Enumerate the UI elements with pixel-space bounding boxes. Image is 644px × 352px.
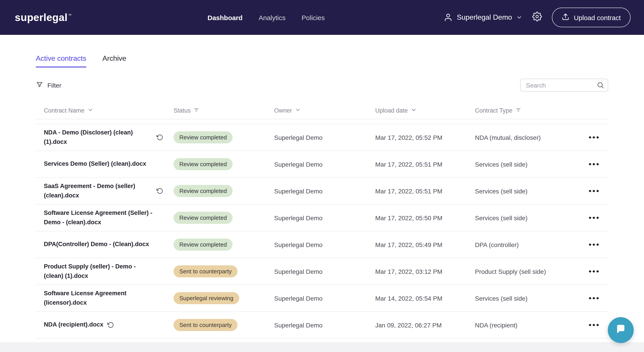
row-actions-button[interactable]: ••• — [589, 187, 600, 195]
contract-type-cell: NDA (recipient) — [467, 321, 580, 329]
tab-archive[interactable]: Archive — [102, 54, 126, 67]
contract-type-cell: DPA (controller) — [467, 241, 580, 248]
upload-date-cell: Mar 17, 2022, 05:51 PM — [368, 161, 467, 168]
status-badge: Superlegal reviewing — [174, 292, 239, 304]
row-actions-button[interactable]: ••• — [589, 241, 600, 248]
actions-cell: ••• — [580, 268, 608, 275]
chevron-down-icon — [410, 107, 417, 114]
row-actions-button[interactable]: ••• — [589, 134, 600, 141]
settings-button[interactable] — [532, 12, 542, 23]
user-icon — [444, 13, 453, 22]
contract-type-cell: Services (sell side) — [467, 161, 580, 168]
logo-text: superlegal — [15, 11, 68, 23]
column-header-contract-type[interactable]: Contract Type — [467, 107, 580, 114]
funnel-icon — [36, 81, 44, 90]
search-input[interactable] — [520, 79, 608, 92]
search-box — [520, 79, 608, 92]
content-area: Active contracts Archive Filter Contract… — [0, 35, 644, 342]
owner-cell: Superlegal Demo — [266, 214, 368, 221]
chevron-down-icon — [516, 14, 522, 20]
column-header-status[interactable]: Status — [166, 107, 266, 114]
contract-name: Software License Agreement (Seller) - De… — [44, 208, 156, 227]
owner-cell: Superlegal Demo — [266, 134, 368, 141]
status-badge: Review completed — [174, 185, 232, 197]
column-header-owner[interactable]: Owner — [266, 107, 368, 114]
status-cell: Sent to counterparty — [166, 319, 266, 331]
versions-icon[interactable] — [156, 188, 163, 194]
table-row[interactable]: NDA - Demo (Discloser) (clean) (1).docx … — [36, 124, 608, 151]
nav-item-dashboard[interactable]: Dashboard — [208, 14, 242, 21]
contract-type-cell: NDA (mutual, discloser) — [467, 134, 580, 141]
row-actions-button[interactable]: ••• — [589, 268, 600, 275]
status-cell: Review completed — [166, 185, 266, 197]
status-badge: Review completed — [174, 158, 232, 170]
main-nav: Dashboard Analytics Policies — [208, 14, 325, 21]
search-icon[interactable] — [596, 81, 604, 91]
filter-lines-icon — [515, 107, 522, 114]
tab-active-contracts[interactable]: Active contracts — [36, 54, 86, 67]
actions-cell: ••• — [580, 160, 608, 168]
contract-tabs: Active contracts Archive — [36, 54, 608, 67]
contract-name: Software License Agreement (licensor).do… — [44, 289, 156, 308]
chevron-down-icon — [87, 107, 94, 114]
status-cell: Sent to counterparty — [166, 265, 266, 277]
table-row[interactable]: NDA (recipient).docx Sent to counterpart… — [36, 312, 608, 339]
row-actions-button[interactable]: ••• — [589, 214, 600, 222]
versions-icon[interactable] — [156, 134, 163, 141]
column-header-contract-name[interactable]: Contract Name — [36, 107, 166, 114]
contract-type-cell: Services (sell side) — [467, 295, 580, 302]
contract-name: DPA(Controller) Demo - (Clean).docx — [44, 240, 149, 249]
status-badge: Review completed — [174, 131, 232, 143]
column-label: Upload date — [375, 107, 408, 114]
column-label: Contract Type — [475, 107, 512, 114]
column-label: Contract Name — [44, 107, 84, 114]
chevron-down-icon — [295, 107, 301, 114]
table-row[interactable]: DPA(Controller) Demo - (Clean).docx Revi… — [36, 231, 608, 258]
column-label: Owner — [274, 107, 292, 114]
actions-cell: ••• — [580, 134, 608, 141]
superlegal-logo[interactable]: superlegal™ — [15, 11, 72, 23]
table-row[interactable]: Software License Agreement (Seller) - De… — [36, 205, 608, 231]
table-row[interactable]: SaaS Agreement - Demo (seller) (clean).d… — [36, 178, 608, 205]
upload-date-cell: Mar 17, 2022, 05:52 PM — [368, 134, 467, 141]
versions-icon[interactable] — [107, 322, 114, 328]
upload-date-cell: Mar 17, 2022, 03:12 PM — [368, 268, 467, 275]
status-cell: Review completed — [166, 239, 266, 251]
nav-item-policies[interactable]: Policies — [302, 14, 325, 21]
filter-button[interactable]: Filter — [36, 81, 61, 90]
upload-contract-button[interactable]: Upload contract — [552, 7, 630, 27]
status-cell: Superlegal reviewing — [166, 292, 266, 304]
filter-label: Filter — [48, 82, 61, 89]
column-header-upload-date[interactable]: Upload date — [368, 107, 467, 114]
row-actions-button[interactable]: ••• — [589, 294, 600, 302]
table-row[interactable]: Product Supply (seller) - Demo - (clean)… — [36, 258, 608, 285]
status-badge: Sent to counterparty — [174, 319, 238, 331]
table-row[interactable]: Software License Agreement (licensor).do… — [36, 285, 608, 312]
logo-trademark: ™ — [68, 13, 72, 17]
table-body: NDA - Demo (Discloser) (clean) (1).docx … — [36, 124, 608, 339]
status-cell: Review completed — [166, 212, 266, 224]
table-controls: Filter — [36, 79, 608, 92]
upload-date-cell: Mar 17, 2022, 05:51 PM — [368, 187, 467, 194]
contract-name: Services Demo (Seller) (clean).docx — [44, 160, 146, 169]
row-actions-button[interactable]: ••• — [589, 160, 600, 168]
actions-cell: ••• — [580, 214, 608, 222]
owner-cell: Superlegal Demo — [266, 241, 368, 248]
upload-date-cell: Jan 09, 2022, 06:27 PM — [368, 321, 467, 329]
filter-lines-icon — [194, 107, 200, 114]
contract-type-cell: Services (sell side) — [467, 187, 580, 194]
status-cell: Review completed — [166, 131, 266, 143]
contract-name: NDA (recipient).docx — [44, 320, 103, 330]
nav-item-analytics[interactable]: Analytics — [259, 14, 286, 21]
status-badge: Review completed — [174, 239, 232, 251]
row-actions-button[interactable]: ••• — [589, 321, 600, 329]
contract-type-cell: Services (sell side) — [467, 214, 580, 221]
account-menu[interactable]: Superlegal Demo — [444, 13, 522, 22]
upload-date-cell: Mar 17, 2022, 05:50 PM — [368, 214, 467, 221]
owner-cell: Superlegal Demo — [266, 321, 368, 329]
contract-type-cell: Product Supply (sell side) — [467, 268, 580, 275]
owner-cell: Superlegal Demo — [266, 268, 368, 275]
table-row[interactable]: Services Demo (Seller) (clean).docx Revi… — [36, 151, 608, 178]
intercom-chat-button[interactable] — [608, 317, 634, 343]
page: superlegal™ Dashboard Analytics Policies… — [0, 0, 644, 352]
